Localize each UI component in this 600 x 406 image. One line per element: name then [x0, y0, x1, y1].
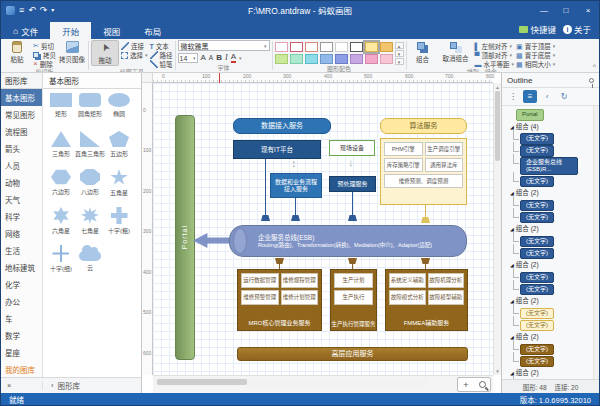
shape-category-item[interactable]: 基本图形 — [1, 89, 42, 106]
node-repair-procedure-mgmt[interactable]: 维修规程管理 — [281, 273, 319, 288]
bold-button[interactable]: B — [216, 54, 222, 62]
node-high-level-app-service[interactable]: 高层应用服务 — [237, 347, 468, 361]
shape-item[interactable]: 八边形 — [75, 169, 105, 202]
node-repair-warning-mgmt[interactable]: 维修预警管理 — [241, 290, 279, 305]
node-phm-engine[interactable]: PHM引擎 — [384, 142, 423, 156]
node-existing-it-platform[interactable]: 现有IT平台 — [233, 140, 321, 159]
tab-layout[interactable]: 布局 — [132, 22, 173, 39]
align-top-button[interactable]: ▀顶部对齐▾ — [475, 51, 515, 59]
color-swatch[interactable] — [365, 42, 378, 52]
select-tool-button[interactable]: 选择▾ — [121, 51, 148, 59]
outline-refresh-button[interactable]: ↻ — [557, 90, 571, 103]
font-size-select[interactable]: 14▾ — [178, 53, 198, 63]
node-production-plan[interactable]: 生产计划 — [334, 273, 373, 288]
outline-row[interactable]: ◢ (无文字) — [502, 175, 599, 187]
drag-tool-button[interactable]: ➤拖动 — [91, 40, 119, 66]
group-fmmea[interactable]: 系统定义辅助 故障机理分析 故障模式分析 故障模型辅助 FMMEA辅助服务 — [385, 269, 468, 331]
shape-item[interactable]: 椭圆 — [105, 93, 133, 126]
shape-item[interactable]: 三角形 — [47, 131, 75, 164]
uncombine-button[interactable]: 取消组合 — [439, 40, 473, 63]
outline-row[interactable]: ◢ (无文字) — [502, 247, 599, 259]
about-button[interactable]: i关于 — [563, 23, 591, 35]
outline-share-button[interactable]: ‹ — [540, 90, 554, 103]
shape-category-item[interactable]: 数学 — [1, 327, 42, 344]
grow-font-button[interactable]: A — [201, 54, 206, 62]
node-portal[interactable]: Portal — [175, 115, 195, 360]
node-scheduling-engine[interactable]: 生产调度引擎 — [425, 142, 464, 156]
palette-down-button[interactable]: ▾ — [395, 50, 404, 57]
group-production-exec[interactable]: 生产计划 生产执行 生产执行管理服务 — [330, 269, 377, 331]
copy-button[interactable]: 拷贝 — [33, 51, 56, 59]
color-swatch[interactable] — [290, 54, 303, 64]
zoom-in-button[interactable]: + — [458, 378, 474, 391]
shape-item[interactable]: 矩形 — [47, 93, 75, 126]
color-swatch[interactable] — [350, 42, 363, 52]
shape-category-item[interactable]: 生活 — [1, 242, 42, 259]
node-algorithm-service[interactable]: 算法服务 — [380, 118, 467, 134]
color-swatch[interactable] — [365, 54, 378, 64]
pencil-tool-button[interactable]: 铅笔 — [150, 60, 173, 68]
font-color-button[interactable]: A — [231, 53, 236, 63]
qat-customize-button[interactable]: ▾ — [51, 7, 54, 13]
close-button[interactable]: × — [577, 1, 599, 19]
color-swatch[interactable] — [275, 42, 288, 52]
maximize-button[interactable]: □ — [555, 1, 577, 19]
shape-category-item[interactable]: 办公 — [1, 293, 42, 310]
shape-category-item[interactable]: 人员 — [1, 157, 42, 174]
node-failure-model[interactable]: 故障模型辅助 — [428, 290, 465, 305]
shrink-font-button[interactable]: A — [209, 55, 213, 62]
node-field-device[interactable]: 现场设备 — [329, 140, 375, 156]
node-predictions[interactable]: 维修预测、调度预测 — [384, 174, 463, 188]
cut-button[interactable]: ✂剪切 — [33, 42, 56, 50]
node-production-exec[interactable]: 生产执行 — [334, 290, 373, 305]
text-tool-button[interactable]: T文本 — [150, 42, 173, 50]
horizontal-scrollbar[interactable] — [153, 378, 429, 386]
color-swatch[interactable] — [350, 54, 363, 64]
color-swatch[interactable] — [380, 54, 393, 64]
copy-image-button[interactable]: 拷贝图像 — [58, 40, 86, 64]
shape-category-item[interactable]: 地标建筑 — [1, 259, 42, 276]
vertical-scroll-thumb[interactable] — [495, 91, 500, 161]
shape-item[interactable]: 云 — [75, 245, 105, 278]
color-swatch[interactable] — [335, 54, 348, 64]
tab-home[interactable]: 开始 — [50, 22, 91, 39]
outline-row[interactable]: ◢ (无文字) — [502, 319, 599, 331]
color-swatch[interactable] — [305, 42, 318, 52]
shape-item[interactable]: 五边形 — [105, 131, 133, 164]
tab-file[interactable]: ⌂ 文件 — [1, 22, 50, 39]
bring-to-front-button[interactable]: ▣置于顶层▾ — [516, 42, 555, 50]
outline-row[interactable]: ◢ (无文字) — [502, 283, 599, 295]
shape-category-item[interactable]: 流程图 — [1, 123, 42, 140]
shape-category-item[interactable]: 化学 — [1, 276, 42, 293]
tab-view[interactable]: 视图 — [91, 22, 132, 39]
shape-category-item[interactable]: 我的图库 — [1, 361, 42, 377]
outline-row[interactable]: ◢ Portal — [502, 109, 599, 121]
italic-button[interactable]: I — [225, 54, 228, 62]
undo-button[interactable]: ↶ — [28, 6, 36, 15]
palette-more-button[interactable]: ▾ — [395, 58, 404, 65]
color-swatch[interactable] — [290, 42, 303, 52]
outline-row[interactable]: ◢ (无文字) — [502, 355, 599, 367]
shape-item[interactable]: 圆角矩形 — [75, 93, 105, 126]
shape-item[interactable]: 六角星 — [47, 207, 75, 240]
menu-icon[interactable]: ≡ — [19, 6, 24, 15]
shape-category-item[interactable]: 车 — [1, 310, 42, 327]
palette-up-button[interactable]: ▴ — [395, 42, 404, 49]
group-mro-core[interactable]: 运行数据管理 维修规程管理 维修预警管理 维修计划管理 MRO核心管理业务服务 — [237, 269, 322, 331]
close-library-button[interactable]: × — [1, 381, 43, 390]
color-swatch[interactable] — [335, 42, 348, 52]
shape-category-item[interactable]: 箭头 — [1, 140, 42, 157]
node-esb[interactable]: 企业服务总线(ESB) Routing(路由)、Transformation(转… — [229, 225, 467, 257]
node-system-definition[interactable]: 系统定义辅助 — [389, 273, 426, 288]
node-failure-mode[interactable]: 故障模式分析 — [389, 290, 426, 305]
shape-category-item[interactable]: 动物 — [1, 174, 42, 191]
color-swatch[interactable] — [305, 54, 318, 64]
minimize-button[interactable]: — — [533, 1, 555, 19]
node-data-access-service[interactable]: 数据接入服务 — [233, 118, 331, 134]
shape-item[interactable]: 七角星 — [75, 207, 105, 240]
shape-category-item[interactable]: 网络 — [1, 225, 42, 242]
shape-item[interactable]: 直角三角形 — [75, 131, 105, 164]
shortcut-keys-button[interactable]: 快捷键 — [519, 23, 556, 35]
color-swatch[interactable] — [380, 42, 393, 52]
shape-category-item[interactable]: 科学 — [1, 208, 42, 225]
